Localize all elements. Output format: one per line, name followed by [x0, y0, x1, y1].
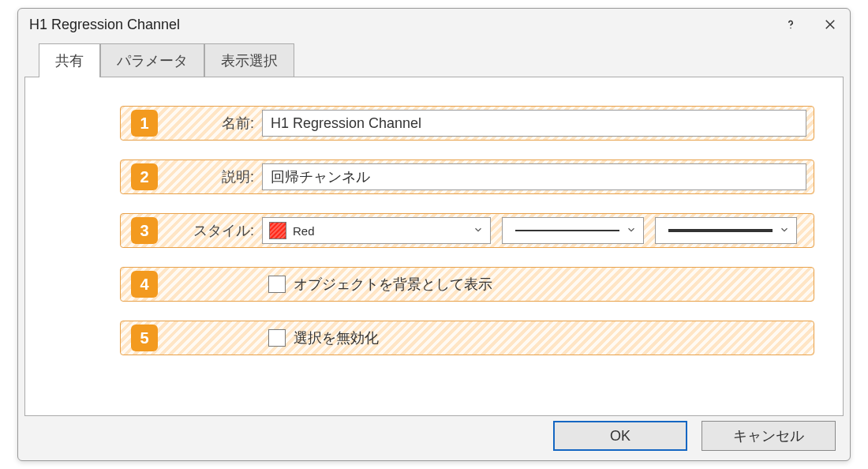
titlebar: H1 Regression Channel [18, 9, 850, 40]
chevron-down-icon [626, 224, 637, 238]
ok-button[interactable]: OK [553, 421, 687, 451]
description-input[interactable]: 回帰チャンネル [262, 163, 806, 190]
row-number-5: 5 [131, 325, 158, 351]
disable-selection-label: 選択を無効化 [294, 328, 379, 347]
row-style: 3 スタイル: Red [120, 213, 814, 248]
chevron-down-icon [473, 224, 484, 238]
style-color-dropdown[interactable]: Red [262, 217, 491, 244]
row-number-4: 4 [131, 271, 158, 298]
cancel-button[interactable]: キャンセル [702, 421, 836, 451]
draw-as-background-label: オブジェクトを背景として表示 [294, 275, 492, 294]
row-background-checkbox: 4 . オブジェクトを背景として表示 [120, 267, 814, 302]
line-width-preview-icon [668, 229, 773, 232]
row-highlight [120, 321, 814, 355]
name-label: 名前: [167, 114, 262, 133]
name-input[interactable]: H1 Regression Channel [262, 110, 806, 137]
row-disable-selection-checkbox: 5 . 選択を無効化 [120, 321, 814, 355]
chevron-down-icon [779, 224, 790, 238]
row-name: 1 名前: H1 Regression Channel [120, 106, 814, 141]
window-title: H1 Regression Channel [29, 17, 180, 33]
description-value: 回帰チャンネル [271, 167, 370, 186]
tab-panel-common: 1 名前: H1 Regression Channel 2 説明: 回帰チャンネ… [24, 77, 844, 416]
style-line-type-dropdown[interactable] [502, 217, 644, 244]
line-style-preview-icon [515, 230, 619, 231]
row-number-2: 2 [131, 163, 158, 190]
tab-common[interactable]: 共有 [39, 43, 100, 77]
help-button[interactable] [771, 9, 810, 40]
row-number-3: 3 [131, 217, 158, 244]
dialog-window: H1 Regression Channel 共有 パラメータ 表示選択 1 名 [17, 8, 851, 461]
tab-display[interactable]: 表示選択 [204, 43, 294, 77]
style-line-width-dropdown[interactable] [655, 217, 797, 244]
row-description: 2 説明: 回帰チャンネル [120, 159, 814, 194]
description-label: 説明: [167, 167, 262, 186]
style-label: スタイル: [167, 221, 262, 240]
style-color-name: Red [293, 224, 315, 238]
tab-parameters[interactable]: パラメータ [100, 43, 204, 77]
draw-as-background-checkbox[interactable] [268, 276, 286, 293]
close-button[interactable] [810, 9, 850, 40]
tab-bar: 共有 パラメータ 表示選択 [39, 40, 844, 77]
row-number-1: 1 [131, 110, 158, 137]
svg-point-0 [790, 28, 791, 29]
name-value: H1 Regression Channel [271, 115, 421, 132]
dialog-button-bar: OK キャンセル [553, 421, 836, 451]
disable-selection-checkbox[interactable] [268, 329, 286, 347]
color-swatch-icon [269, 222, 286, 239]
